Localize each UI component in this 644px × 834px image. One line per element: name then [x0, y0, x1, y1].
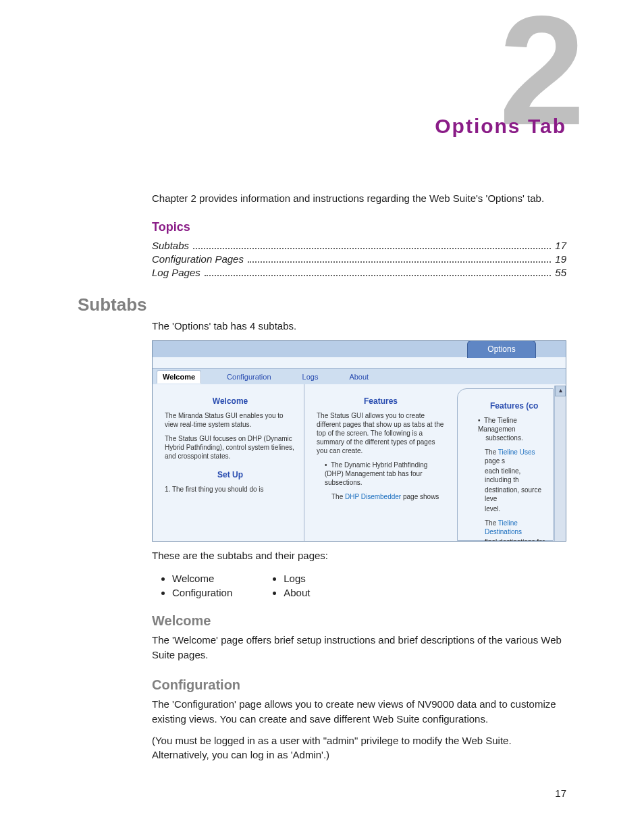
shot-col1: Welcome The Miranda Status GUI enables y… [153, 384, 304, 541]
topics-heading: Topics [152, 220, 566, 234]
link-dhp-disembedder[interactable]: DHP Disembedder [345, 493, 401, 500]
subtabs-block: The 'Options' tab has 4 subtabs. Options… [152, 319, 566, 601]
tab-welcome[interactable]: Welcome [157, 370, 201, 384]
tab-about[interactable]: About [344, 371, 374, 383]
col3-p6: final destinations for eac [485, 538, 545, 542]
subtabs-bullets: Welcome Configuration Logs About [161, 570, 566, 601]
subtabs-intro: The 'Options' tab has 4 subtabs. [152, 319, 566, 334]
col2-bullet2: The DHP Disembedder page shows [331, 492, 445, 501]
screenshot: Options Welcome Configuration Logs About… [152, 340, 566, 542]
col1-setup-heading: Set Up [165, 470, 296, 479]
configuration-block: Configuration The 'Configuration' page a… [152, 677, 566, 769]
shot-col2: Features The Status GUI allows you to cr… [304, 384, 453, 541]
chapter-title: Options Tab [435, 115, 566, 138]
page: 2 Options Tab Chapter 2 provides informa… [0, 0, 644, 834]
tab-configuration[interactable]: Configuration [221, 371, 276, 383]
bullet-about: About [284, 587, 310, 598]
bullets-col1: Welcome Configuration [161, 570, 232, 601]
scrollbar[interactable]: ▴ [554, 386, 566, 541]
toc-page: 17 [555, 240, 566, 251]
scroll-up-icon[interactable]: ▴ [555, 386, 566, 396]
bullet-logs: Logs [284, 573, 310, 584]
col3-p1: The Tieline Uses page s [485, 448, 545, 465]
toc-dots [193, 248, 551, 249]
main-tab-options[interactable]: Options [467, 340, 536, 358]
toc-page: 55 [555, 267, 566, 278]
col1-p3: 1. The first thing you should do is [165, 485, 296, 494]
col2-bullet1: • The Dynamic Hybrid Pathfinding (DHP) M… [325, 461, 445, 487]
col3-p2: each tieline, including th [485, 467, 545, 484]
body: Chapter 2 provides information and instr… [152, 191, 566, 280]
section-heading-subtabs: Subtabs [78, 294, 147, 315]
toc-row: Configuration Pages 19 [152, 253, 566, 265]
tabstrip: Welcome Configuration Logs About [153, 368, 566, 386]
col3-p3: destination, source leve [485, 486, 545, 503]
col3-p4: level. [485, 504, 545, 513]
subtabs-after: These are the subtabs and their pages: [152, 548, 566, 563]
toc-dots [205, 275, 552, 276]
bullet-configuration: Configuration [172, 587, 232, 598]
toc-label[interactable]: Log Pages [152, 267, 200, 278]
welcome-heading: Welcome [152, 613, 566, 629]
col3-p5: The Tieline Destinations [485, 519, 545, 536]
welcome-block: Welcome The 'Welcome' page offers brief … [152, 613, 566, 669]
col1-heading: Welcome [165, 396, 296, 406]
col1-p1: The Miranda Status GUI enables you to vi… [165, 411, 296, 429]
col3-heading: Features (co [490, 401, 545, 411]
toc-label[interactable]: Configuration Pages [152, 253, 244, 265]
toc-row: Subtabs 17 [152, 240, 566, 252]
shot-col3: Features (co • The Tieline Managemen sub… [457, 388, 554, 541]
bullet-welcome: Welcome [172, 573, 232, 584]
toc-page: 19 [555, 253, 566, 265]
configuration-p1: The 'Configuration' page allows you to c… [152, 697, 566, 727]
col1-p2: The Status GUI focuses on DHP (Dynamic H… [165, 434, 296, 461]
configuration-p2: (You must be logged in as a user with "a… [152, 733, 566, 763]
bullets-col2: Logs About [273, 570, 310, 601]
configuration-heading: Configuration [152, 677, 566, 693]
chapter-graphic: 2 Options Tab [398, 20, 566, 155]
col2-p1: The Status GUI allows you to create diff… [317, 411, 445, 455]
col2-heading: Features [317, 396, 445, 406]
toc-row: Log Pages 55 [152, 267, 566, 279]
col3-bullet1: • The Tieline Managemen subsections. [478, 416, 545, 442]
tab-logs[interactable]: Logs [297, 371, 324, 383]
shot-content: Welcome The Miranda Status GUI enables y… [153, 384, 566, 541]
page-number: 17 [555, 787, 566, 799]
welcome-text: The 'Welcome' page offers brief setup in… [152, 633, 566, 662]
toc-label[interactable]: Subtabs [152, 240, 189, 251]
link-tieline-uses[interactable]: Tieline Uses [498, 448, 535, 456]
chapter-intro: Chapter 2 provides information and instr… [152, 191, 566, 205]
toc-dots [248, 261, 551, 263]
